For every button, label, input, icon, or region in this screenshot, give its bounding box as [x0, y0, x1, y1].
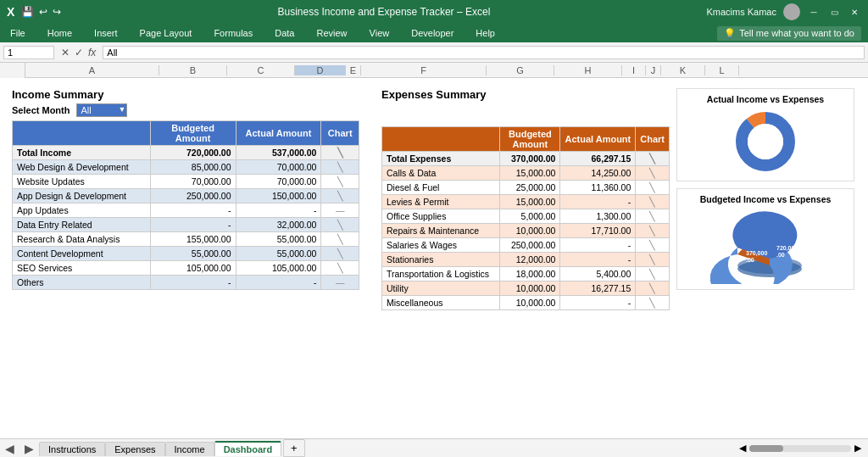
income-row-chart: ╲	[321, 261, 359, 276]
tab-formulas[interactable]: Formulas	[210, 26, 256, 40]
cancel-formula-icon[interactable]: ✕	[61, 47, 70, 59]
tab-view[interactable]: View	[366, 26, 393, 40]
income-row-chart: ╲	[321, 189, 359, 203]
col-header-h[interactable]: H	[554, 65, 622, 75]
income-row-budgeted: -	[150, 203, 236, 218]
tab-page-layout[interactable]: Page Layout	[136, 26, 196, 40]
col-header-d[interactable]: D	[295, 65, 346, 75]
user-avatar	[783, 3, 800, 20]
income-row-budgeted: -	[150, 218, 236, 232]
pie-income-label: 720,000	[776, 245, 798, 252]
insert-function-icon[interactable]: fx	[88, 47, 96, 59]
income-row-actual: 70,000.00	[236, 175, 321, 189]
exp-row-budgeted: 25,000.00	[500, 181, 560, 195]
exp-row-actual: -	[560, 253, 636, 267]
col-header-g[interactable]: G	[487, 65, 554, 75]
exp-row-budgeted: 5,000.00	[500, 209, 560, 224]
col-header-l[interactable]: L	[705, 65, 739, 75]
expenses-table-row: Repairs & Maintenance 10,000.00 17,710.0…	[382, 224, 670, 238]
income-table-row: Others - - —	[13, 276, 359, 290]
exp-row-budgeted: 10,000.00	[500, 224, 560, 238]
exp-row-label: Total Expenses	[382, 152, 500, 166]
tab-insert[interactable]: Insert	[91, 26, 121, 40]
income-row-budgeted: 105,000.00	[150, 261, 236, 276]
donut-chart	[682, 108, 849, 176]
income-row-chart: ╲	[321, 160, 359, 175]
tell-me-box[interactable]: 💡 Tell me what you want to do	[717, 26, 861, 41]
restore-icon[interactable]: ▭	[827, 5, 841, 19]
exp-row-label: Diesel & Fuel	[382, 181, 500, 195]
title-bar: X 💾 ↩ ↪ Business Income and Expense Trac…	[0, 0, 868, 24]
quick-access[interactable]: X 💾 ↩ ↪	[7, 5, 61, 19]
undo-icon[interactable]: ↩	[39, 6, 47, 18]
scroll-controls: ◀ ▶	[739, 443, 868, 454]
sheet-tab-instructions[interactable]: Instructions	[39, 442, 105, 456]
income-row-budgeted: 85,000.00	[150, 160, 236, 175]
formula-icons: ✕ ✓ fx	[58, 47, 99, 59]
col-header-b[interactable]: B	[159, 65, 227, 75]
pie-svg: 370,000 .00 720,000 .00	[710, 208, 821, 284]
income-col-category	[13, 121, 151, 146]
redo-icon[interactable]: ↪	[53, 6, 61, 18]
col-header-c[interactable]: C	[227, 65, 295, 75]
minimize-icon[interactable]: ─	[807, 5, 821, 19]
pie-chart: 370,000 .00 720,000 .00	[682, 208, 849, 284]
exp-row-chart: ╲	[636, 166, 670, 181]
income-row-label: Website Updates	[13, 175, 151, 189]
tab-home[interactable]: Home	[44, 26, 75, 40]
exp-row-label: Transportation & Logistics	[382, 267, 500, 281]
scroll-tabs-left-icon[interactable]: ◀	[0, 442, 19, 455]
confirm-formula-icon[interactable]: ✓	[75, 47, 83, 59]
expenses-table-row: Miscellaneous 10,000.00 - ╲	[382, 296, 670, 310]
col-header-k[interactable]: K	[661, 65, 705, 75]
col-header-i[interactable]: I	[622, 65, 646, 75]
pie-income-val: .00	[776, 252, 785, 258]
add-sheet-button[interactable]: +	[283, 439, 305, 457]
scrollbar-thumb[interactable]	[749, 445, 783, 452]
income-row-budgeted: 55,000.00	[150, 247, 236, 261]
exp-row-actual: -	[560, 296, 636, 310]
income-row-label: Web Design & Development	[13, 160, 151, 175]
tab-file[interactable]: File	[7, 26, 29, 40]
col-header-e[interactable]: E	[346, 65, 361, 75]
donut-chart-section: Actual Income vs Expenses	[676, 88, 854, 181]
exp-row-actual: 11,360.00	[560, 181, 636, 195]
name-box[interactable]	[3, 46, 54, 59]
save-icon[interactable]: 💾	[21, 6, 34, 18]
svg-point-2	[748, 124, 783, 159]
exp-row-chart: ╲	[636, 209, 670, 224]
exp-col-actual: Actual Amount	[560, 127, 636, 152]
col-header-a[interactable]: A	[25, 65, 159, 75]
horizontal-scrollbar[interactable]	[749, 445, 851, 452]
income-table-row: Total Income 720,000.00 537,000.00 ╲	[13, 146, 359, 160]
col-header-j[interactable]: J	[646, 65, 661, 75]
tab-data[interactable]: Data	[271, 26, 298, 40]
col-header-f[interactable]: F	[361, 65, 487, 75]
expenses-table-row: Total Expenses 370,000.00 66,297.15 ╲	[382, 152, 670, 166]
exp-row-chart: ╲	[636, 281, 670, 296]
user-name: Kmacims Kamac	[706, 7, 776, 17]
formula-input[interactable]	[103, 46, 865, 59]
scroll-tabs-right-icon[interactable]: ▶	[19, 442, 39, 455]
income-row-actual: 55,000.00	[236, 232, 321, 247]
scroll-left-icon[interactable]: ◀	[739, 443, 746, 454]
income-row-label: App Updates	[13, 203, 151, 218]
tab-help[interactable]: Help	[472, 26, 498, 40]
select-month-dropdown[interactable]: All	[76, 103, 127, 117]
sheet-tab-income[interactable]: Income	[165, 442, 214, 456]
tab-review[interactable]: Review	[313, 26, 350, 40]
scroll-right-icon[interactable]: ▶	[854, 443, 861, 454]
expenses-table-row: Salaries & Wages 250,000.00 - ╲	[382, 238, 670, 253]
exp-row-actual: 17,710.00	[560, 224, 636, 238]
sheet-tab-expenses[interactable]: Expenses	[105, 442, 164, 456]
income-row-actual: 32,000.00	[236, 218, 321, 232]
exp-row-actual: 1,300.00	[560, 209, 636, 224]
sheet-tab-dashboard[interactable]: Dashboard	[214, 441, 281, 456]
donut-svg	[732, 108, 799, 176]
exp-row-budgeted: 10,000.00	[500, 296, 560, 310]
close-icon[interactable]: ✕	[848, 5, 861, 19]
sheet-tabs-bar: ◀ ▶ InstructionsExpensesIncomeDashboard …	[0, 438, 868, 457]
income-row-actual: 105,000.00	[236, 261, 321, 276]
tab-developer[interactable]: Developer	[408, 26, 457, 40]
expenses-table-row: Levies & Permit 15,000.00 - ╲	[382, 195, 670, 209]
